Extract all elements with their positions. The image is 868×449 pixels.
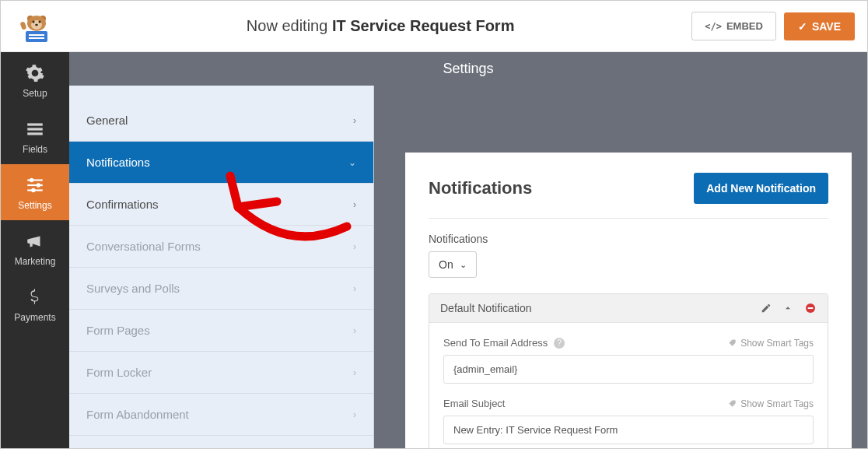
sub-item-form-pages[interactable]: Form Pages › (69, 310, 373, 352)
rail-item-payments[interactable]: Payments (1, 276, 69, 332)
sub-item-form-abandonment[interactable]: Form Abandonment › (69, 394, 373, 436)
add-notification-button[interactable]: Add New Notification (694, 173, 828, 204)
top-bar: Now editing IT Service Request Form EMBE… (1, 1, 867, 52)
notifications-toggle[interactable]: On ⌄ (429, 251, 477, 278)
main-area: Notifications Add New Notification Notif… (374, 86, 867, 448)
chevron-right-icon: › (353, 283, 356, 294)
chevron-right-icon: › (353, 241, 356, 252)
svg-rect-11 (27, 123, 43, 125)
svg-rect-9 (29, 37, 44, 39)
svg-point-4 (33, 20, 35, 23)
page-title: Now editing IT Service Request Form (69, 17, 691, 35)
svg-rect-10 (19, 21, 26, 30)
chevron-right-icon: › (353, 199, 356, 210)
rail-item-marketing[interactable]: Marketing (1, 220, 69, 276)
sub-item-notifications[interactable]: Notifications ⌄ (69, 142, 373, 184)
save-button[interactable]: SAVE (784, 12, 855, 40)
delete-icon[interactable] (804, 302, 817, 314)
svg-rect-7 (26, 31, 47, 42)
sliders-icon (25, 175, 45, 195)
chevron-right-icon: › (353, 409, 356, 420)
check-icon (798, 20, 807, 33)
embed-button[interactable]: EMBED (691, 12, 776, 40)
notification-card-header: Default Notification (429, 294, 828, 323)
notification-card: Default Notification S (429, 293, 828, 448)
tag-icon (728, 339, 737, 347)
chevron-down-icon: ⌄ (348, 157, 356, 168)
svg-rect-13 (27, 132, 43, 135)
chevron-up-icon[interactable] (782, 303, 793, 314)
chevron-right-icon: › (353, 115, 356, 126)
send-to-label: Send To Email Address ? (443, 337, 565, 349)
subject-input[interactable] (443, 416, 814, 444)
list-icon (25, 119, 45, 139)
sub-item-general[interactable]: General › (69, 100, 373, 142)
svg-rect-21 (808, 307, 814, 309)
sub-item-conversational-forms[interactable]: Conversational Forms › (69, 226, 373, 268)
rail-item-settings[interactable]: Settings (1, 164, 69, 220)
subject-label: Email Subject (443, 398, 505, 409)
svg-rect-12 (27, 128, 43, 130)
right-area: Settings General › Notifications ⌄ Confi… (69, 52, 867, 448)
bullhorn-icon (25, 231, 45, 251)
svg-rect-8 (29, 34, 44, 36)
tag-icon (728, 399, 737, 408)
editing-prefix: Now editing (247, 17, 332, 34)
chevron-right-icon: › (353, 367, 356, 378)
main-body: Setup Fields Settings Marketing Payments… (1, 52, 867, 448)
subpanel-header: Settings (69, 52, 867, 86)
svg-point-18 (37, 183, 40, 187)
sub-item-confirmations[interactable]: Confirmations › (69, 184, 373, 226)
app-logo (1, 8, 69, 45)
code-icon (705, 20, 722, 32)
settings-list: General › Notifications ⌄ Confirmations … (69, 86, 373, 436)
svg-point-19 (31, 188, 35, 192)
form-name: IT Service Request Form (332, 17, 515, 34)
rail-item-setup[interactable]: Setup (1, 52, 69, 108)
chevron-down-icon: ⌄ (460, 260, 467, 270)
chevron-right-icon: › (353, 325, 356, 336)
svg-point-6 (35, 23, 38, 25)
smart-tags-link[interactable]: Show Smart Tags (728, 398, 814, 409)
svg-point-17 (30, 178, 33, 182)
dollar-icon (25, 287, 45, 307)
help-icon[interactable]: ? (554, 338, 565, 349)
left-rail: Setup Fields Settings Marketing Payments (1, 52, 69, 448)
smart-tags-link[interactable]: Show Smart Tags (728, 338, 814, 349)
settings-subpanel: General › Notifications ⌄ Confirmations … (69, 86, 374, 448)
svg-point-5 (39, 20, 41, 23)
notifications-panel: Notifications Add New Notification Notif… (405, 153, 852, 448)
send-to-input[interactable] (443, 355, 814, 384)
gear-icon (25, 63, 45, 83)
sub-item-surveys-polls[interactable]: Surveys and Polls › (69, 268, 373, 310)
panel-heading: Notifications (429, 178, 532, 198)
pencil-icon[interactable] (761, 303, 772, 314)
rail-item-fields[interactable]: Fields (1, 108, 69, 164)
bear-logo-icon (16, 8, 54, 45)
sub-item-form-locker[interactable]: Form Locker › (69, 352, 373, 394)
toggle-label: Notifications (429, 233, 828, 245)
